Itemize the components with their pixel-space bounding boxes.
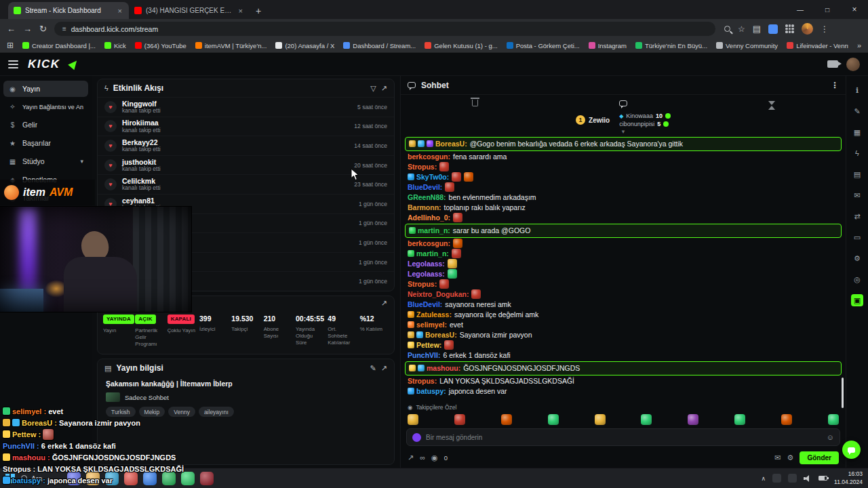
chat-username[interactable]: BoreasU: [435, 140, 467, 148]
bookmark-item[interactable]: Türkiye'nin En Büyü... [635, 42, 707, 49]
taskbar-clock[interactable]: 16:03 11.04.2024 [834, 470, 863, 485]
bookmark-item[interactable]: Gelen Kutusu (1) - g... [425, 42, 497, 49]
chat-message[interactable]: mashouu:ĞOSJNFGNJOSDNGJOSDFJNGDS [405, 361, 842, 375]
extension-icon[interactable] [768, 24, 778, 34]
chat-popup-icon[interactable]: ✉ [774, 453, 781, 462]
sidebar-item-ba-ar-lar[interactable]: ★Başarılar [3, 135, 88, 151]
sidebar-item-yay-n[interactable]: ◉Yayın [3, 81, 88, 97]
quick-emote[interactable] [641, 414, 652, 425]
chat-message[interactable]: Pettew: [405, 340, 842, 350]
bookmark-item[interactable]: Posta - Görkem Çeti... [507, 42, 580, 49]
taskbar-app-icon[interactable] [124, 472, 138, 485]
bookmark-item[interactable]: (20) Anasayfa / X [275, 42, 334, 49]
new-tab-button[interactable]: + [250, 2, 267, 19]
quick-emote[interactable] [688, 414, 698, 425]
apps-grid-icon[interactable] [785, 24, 794, 33]
bookmark-item[interactable]: Creator Dashboard |... [22, 42, 96, 49]
expand-icon[interactable]: ↗ [381, 84, 387, 93]
clear-chat-icon[interactable] [472, 100, 478, 106]
chat-username[interactable]: Legolaass: [408, 260, 445, 268]
chat-message[interactable]: Stropus: [405, 279, 842, 289]
chat-message[interactable]: BlueDevil: [405, 182, 842, 192]
chat-username[interactable]: BoreasU: [425, 331, 457, 339]
bookmark-item[interactable]: itemAVM | Türkiye'n... [195, 42, 267, 49]
quick-emote[interactable] [781, 414, 792, 425]
category-name[interactable]: Sadece Sohbet [125, 394, 169, 401]
chat-message[interactable]: martin_n: [405, 249, 842, 259]
activity-row[interactable]: ♥Berkayy22kanalı takip etti14 saat önce [98, 136, 394, 155]
chat-message[interactable]: Zatuleass:sayanora ilçe değelmi amk [405, 310, 842, 320]
battery-icon[interactable] [818, 476, 827, 481]
chat-username[interactable]: martin_n: [418, 226, 450, 235]
chat-message[interactable]: PunchVII:6 erkek 1 dansöz kafi [405, 350, 842, 361]
chat-username[interactable]: Stropus: [408, 163, 437, 171]
camera-icon[interactable] [827, 60, 838, 68]
overview-icon[interactable]: ▦ [851, 126, 863, 138]
sidebar-item-yay-n-ba-lant-s-ve-anahtar-[interactable]: ✧Yayın Bağlantısı ve Anahtarı [3, 99, 88, 115]
messages-icon[interactable]: ✉ [851, 189, 863, 201]
bookmark-item[interactable]: Kick [104, 42, 126, 49]
kick-profile-avatar[interactable] [846, 58, 860, 71]
site-settings-icon[interactable]: ≡ [62, 25, 66, 33]
chat-message[interactable]: Legolaass: [405, 269, 842, 279]
start-button-icon[interactable] [5, 474, 15, 483]
tab-close-icon[interactable]: × [237, 7, 244, 15]
community-icon[interactable]: ◎ [851, 273, 863, 285]
taskbar-app-icon[interactable] [86, 472, 100, 485]
chat-message[interactable]: Adellinho_0: [405, 213, 842, 223]
chat-mode-icon[interactable] [619, 100, 627, 106]
screen-icon[interactable]: ▭ [851, 231, 863, 243]
quick-emote[interactable] [595, 414, 606, 425]
chat-message[interactable]: berkcosgun: [405, 239, 842, 249]
chat-message[interactable]: batuspy:japonca desen var [405, 386, 842, 396]
edit-icon[interactable]: ✎ [851, 105, 863, 117]
chat-message[interactable]: selimyel:evet [405, 320, 842, 330]
bookmark-item[interactable]: Venny Community [716, 42, 778, 49]
chat-username[interactable]: Barmonn: [408, 203, 441, 211]
chat-username[interactable]: Zatuleass: [416, 310, 452, 319]
emote-picker-icon[interactable]: ☺ [827, 433, 834, 441]
browser-tab[interactable]: Stream - Kick Dashboard× [8, 2, 129, 19]
send-button[interactable]: Gönder [800, 451, 839, 464]
quick-emote[interactable] [734, 414, 745, 425]
taskbar-app-icon[interactable] [105, 472, 119, 485]
chat-username[interactable]: PunchVII: [408, 351, 440, 359]
chat-message[interactable]: BoreasU:@Gogo benim bekarlığa vedada 6 e… [405, 137, 842, 151]
forward-icon[interactable]: → [23, 24, 32, 34]
chat-username[interactable]: selimyel: [416, 321, 447, 329]
chat-settings-icon[interactable]: ⚙ [787, 453, 794, 462]
expand-icon[interactable]: ↗ [381, 299, 387, 308]
bookmark-item[interactable]: Dashboard / Stream... [343, 42, 416, 49]
quick-emote[interactable] [828, 414, 839, 425]
chat-username[interactable]: Neixtro_Dogukan: [408, 290, 469, 298]
browser-profile-avatar[interactable] [802, 23, 813, 35]
chat-message[interactable]: Neixtro_Dogukan: [405, 289, 842, 300]
filter-icon[interactable]: ▽ [370, 84, 376, 93]
maximize-button[interactable]: □ [814, 0, 841, 19]
bookmark-item[interactable]: Lifeinvader - VennyV [787, 42, 848, 49]
taskbar-search[interactable]: Ara [21, 474, 42, 483]
chat-username[interactable]: Stropus: [408, 280, 437, 288]
quick-emote[interactable] [548, 414, 559, 425]
slow-mode-icon[interactable] [768, 101, 775, 105]
sidebar-item-gelir[interactable]: $Gelir [3, 117, 88, 133]
bookmark-item[interactable]: (364) YouTube [135, 42, 186, 49]
bookmarks-overflow-icon[interactable]: » [857, 41, 861, 49]
close-button[interactable]: × [841, 0, 868, 19]
chat-username[interactable]: GReenN88: [408, 193, 446, 201]
chat-username[interactable]: Pettew: [416, 341, 441, 349]
swap-icon[interactable]: ⇄ [851, 210, 863, 222]
taskbar-app-icon[interactable] [67, 472, 81, 485]
refresh-icon[interactable]: ↻ [39, 24, 47, 34]
chat-message[interactable]: SkyTw0o: [405, 172, 842, 182]
tab-close-icon[interactable]: × [117, 7, 123, 15]
panels-icon[interactable]: ▤ [851, 168, 863, 180]
address-bar[interactable]: ≡ dashboard.kick.com/stream [54, 22, 715, 36]
chat-message[interactable]: Stropus: [405, 162, 842, 172]
browser-menu-icon[interactable]: ⋮ [821, 24, 829, 34]
chat-menu-icon[interactable]: ⋮ [831, 81, 839, 90]
quick-emote[interactable] [408, 414, 418, 425]
chat-username[interactable]: mashouu: [427, 364, 460, 372]
chat-username[interactable]: BlueDevil: [408, 300, 442, 308]
taskbar-app-icon[interactable] [143, 472, 157, 485]
